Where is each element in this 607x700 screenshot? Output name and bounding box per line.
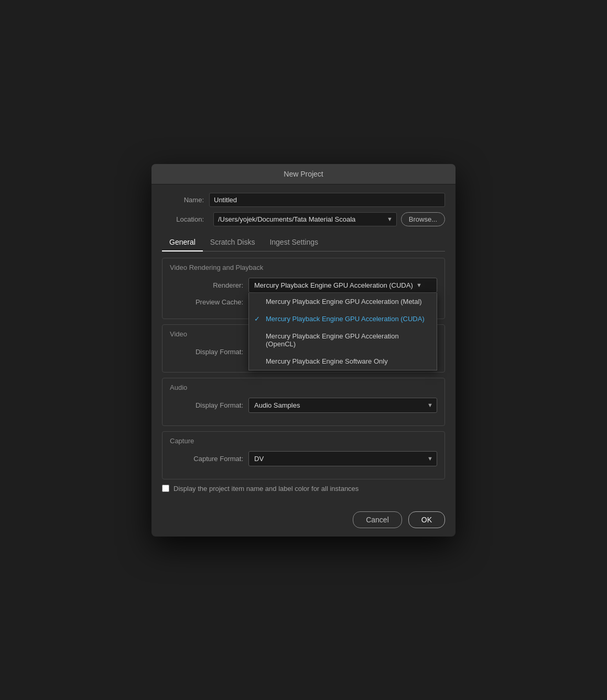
- browse-button[interactable]: Browse...: [401, 212, 445, 226]
- audio-section: Audio Display Format: Audio Samples ▼: [162, 378, 445, 426]
- display-label-checkbox[interactable]: [162, 485, 169, 492]
- renderer-option-cuda-label: Mercury Playback Engine GPU Acceleration…: [266, 315, 425, 323]
- renderer-chevron-icon: ▼: [416, 282, 422, 288]
- ok-button[interactable]: OK: [408, 511, 445, 528]
- location-select-wrap: /Users/yojek/Documents/Tata Material Sco…: [213, 212, 397, 226]
- renderer-row: Renderer: Mercury Playback Engine GPU Ac…: [170, 278, 437, 293]
- audio-display-format-row: Display Format: Audio Samples ▼: [170, 398, 437, 413]
- renderer-button[interactable]: Mercury Playback Engine GPU Acceleration…: [248, 278, 437, 293]
- tabs: General Scratch Disks Ingest Settings: [162, 234, 445, 251]
- renderer-option-software[interactable]: Mercury Playback Engine Software Only: [249, 353, 437, 370]
- video-display-format-label: Display Format:: [170, 348, 243, 356]
- renderer-label: Renderer:: [170, 281, 243, 289]
- renderer-option-software-label: Mercury Playback Engine Software Only: [266, 357, 388, 365]
- dialog-title: New Project: [284, 170, 323, 178]
- capture-title: Capture: [170, 437, 437, 445]
- checkbox-label: Display the project item name and label …: [174, 485, 359, 493]
- location-select[interactable]: /Users/yojek/Documents/Tata Material Sco…: [213, 212, 397, 226]
- capture-format-label: Capture Format:: [170, 455, 243, 463]
- renderer-option-metal-label: Mercury Playback Engine GPU Acceleration…: [266, 298, 422, 305]
- audio-display-format-label: Display Format:: [170, 401, 243, 409]
- cancel-button[interactable]: Cancel: [353, 511, 402, 528]
- renderer-wrap: Mercury Playback Engine GPU Acceleration…: [248, 278, 437, 293]
- tab-ingest-settings[interactable]: Ingest Settings: [262, 234, 326, 251]
- capture-format-select[interactable]: DV: [248, 451, 437, 466]
- audio-display-format-select[interactable]: Audio Samples: [248, 398, 437, 413]
- capture-format-wrap: DV ▼: [248, 451, 437, 466]
- new-project-dialog: New Project Name: Location: /Users/yojek…: [151, 164, 456, 537]
- location-label: Location:: [162, 215, 204, 223]
- video-rendering-section: Video Rendering and Playback Renderer: M…: [162, 258, 445, 319]
- renderer-option-metal[interactable]: Mercury Playback Engine GPU Acceleration…: [249, 293, 437, 310]
- name-row: Name:: [162, 193, 445, 207]
- renderer-option-opencl[interactable]: Mercury Playback Engine GPU Acceleration…: [249, 327, 437, 353]
- audio-title: Audio: [170, 384, 437, 391]
- preview-cache-label: Preview Cache:: [170, 298, 243, 306]
- checkbox-row: Display the project item name and label …: [162, 485, 445, 493]
- title-bar: New Project: [151, 164, 456, 184]
- capture-format-row: Capture Format: DV ▼: [170, 451, 437, 466]
- tab-general[interactable]: General: [162, 234, 203, 251]
- audio-display-format-wrap: Audio Samples ▼: [248, 398, 437, 413]
- name-label: Name:: [162, 196, 204, 204]
- dialog-body: Name: Location: /Users/yojek/Documents/T…: [151, 184, 456, 503]
- location-row: Location: /Users/yojek/Documents/Tata Ma…: [162, 212, 445, 226]
- renderer-value: Mercury Playback Engine GPU Acceleration…: [254, 281, 413, 289]
- tab-scratch-disks[interactable]: Scratch Disks: [203, 234, 263, 251]
- video-rendering-title: Video Rendering and Playback: [170, 264, 437, 271]
- renderer-dropdown-menu: Mercury Playback Engine GPU Acceleration…: [248, 293, 437, 370]
- renderer-option-opencl-label: Mercury Playback Engine GPU Acceleration…: [266, 332, 429, 348]
- dialog-footer: Cancel OK: [151, 503, 456, 537]
- name-input[interactable]: [209, 193, 445, 207]
- capture-section: Capture Capture Format: DV ▼: [162, 431, 445, 479]
- renderer-option-cuda[interactable]: ✓ Mercury Playback Engine GPU Accelerati…: [249, 310, 437, 327]
- check-icon: ✓: [254, 315, 260, 323]
